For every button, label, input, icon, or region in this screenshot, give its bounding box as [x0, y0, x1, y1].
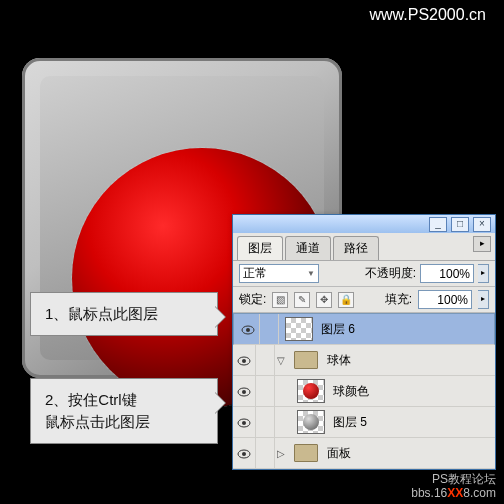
folder-icon	[293, 349, 319, 371]
blend-opacity-row: 正常 ▼ 不透明度: 100% ▸	[233, 261, 495, 287]
layer-name: 球体	[325, 352, 495, 369]
lock-label: 锁定:	[239, 291, 266, 308]
tab-layers[interactable]: 图层	[237, 236, 283, 260]
disclosure-triangle-icon[interactable]: ▷	[275, 448, 287, 459]
close-button[interactable]: ×	[473, 217, 491, 232]
link-cell[interactable]	[260, 314, 279, 344]
layer-thumb	[297, 410, 325, 434]
eye-icon	[237, 356, 251, 366]
eye-icon	[237, 387, 251, 397]
eye-icon	[237, 449, 251, 459]
layer-thumb	[285, 317, 313, 341]
visibility-toggle[interactable]	[233, 345, 256, 375]
link-cell[interactable]	[256, 407, 275, 437]
layer-name: 图层 6	[319, 321, 491, 338]
layer-row-layer5[interactable]: 图层 5	[233, 407, 495, 438]
lock-all-icon[interactable]: 🔒	[338, 292, 354, 308]
svg-point-1	[246, 328, 250, 332]
fill-label: 填充:	[385, 291, 412, 308]
layer-list: 图层 6 ▽ 球体 球颜色 图层 5	[233, 313, 495, 469]
opacity-input[interactable]: 100%	[420, 264, 474, 283]
callout-2-line1: 2、按住Ctrl键	[45, 391, 137, 408]
disclosure-triangle-icon[interactable]: ▽	[275, 355, 287, 366]
layer-name: 面板	[325, 445, 495, 462]
tab-channels[interactable]: 通道	[285, 236, 331, 260]
layer-name: 球颜色	[331, 383, 495, 400]
eye-icon	[241, 325, 255, 335]
lock-fill-row: 锁定: ▧ ✎ ✥ 🔒 填充: 100% ▸	[233, 287, 495, 313]
tab-paths[interactable]: 路径	[333, 236, 379, 260]
panel-titlebar: _ □ ×	[233, 215, 495, 233]
fill-arrow-icon[interactable]: ▸	[478, 290, 489, 309]
link-cell[interactable]	[256, 345, 275, 375]
link-cell[interactable]	[256, 376, 275, 406]
maximize-button[interactable]: □	[451, 217, 469, 232]
fill-input[interactable]: 100%	[418, 290, 472, 309]
folder-icon	[293, 442, 319, 464]
visibility-toggle[interactable]	[237, 314, 260, 344]
callout-1: 1、鼠标点此图层	[30, 292, 218, 336]
opacity-label: 不透明度:	[365, 265, 416, 282]
watermark-line1: PS教程论坛	[411, 472, 496, 486]
callout-2-line2: 鼠标点击此图层	[45, 413, 150, 430]
layer-thumb	[297, 379, 325, 403]
layer-row-group-ball[interactable]: ▽ 球体	[233, 345, 495, 376]
watermark-line2: bbs.16XX8.com	[411, 486, 496, 500]
panel-tabs: 图层 通道 路径 ▸	[233, 233, 495, 261]
visibility-toggle[interactable]	[233, 438, 256, 468]
svg-point-9	[242, 452, 246, 456]
layer-row-ball-color[interactable]: 球颜色	[233, 376, 495, 407]
svg-point-5	[242, 390, 246, 394]
site-url: www.PS2000.cn	[369, 6, 486, 24]
lock-pixels-icon[interactable]: ✎	[294, 292, 310, 308]
opacity-arrow-icon[interactable]: ▸	[478, 264, 489, 283]
layer-name: 图层 5	[331, 414, 495, 431]
layer-row-layer6[interactable]: 图层 6	[233, 313, 495, 345]
callout-2: 2、按住Ctrl键 鼠标点击此图层	[30, 378, 218, 444]
lock-position-icon[interactable]: ✥	[316, 292, 332, 308]
minimize-button[interactable]: _	[429, 217, 447, 232]
watermark: PS教程论坛 bbs.16XX8.com	[411, 472, 496, 500]
panel-menu-icon[interactable]: ▸	[473, 236, 491, 252]
visibility-toggle[interactable]	[233, 407, 256, 437]
visibility-toggle[interactable]	[233, 376, 256, 406]
layers-panel: _ □ × 图层 通道 路径 ▸ 正常 ▼ 不透明度: 100% ▸ 锁定: ▧…	[232, 214, 496, 470]
chevron-down-icon: ▼	[307, 269, 315, 278]
blend-mode-select[interactable]: 正常 ▼	[239, 264, 319, 283]
blend-mode-value: 正常	[243, 265, 267, 282]
svg-point-7	[242, 421, 246, 425]
callout-1-text: 1、鼠标点此图层	[45, 305, 158, 322]
eye-icon	[237, 418, 251, 428]
lock-transparent-icon[interactable]: ▧	[272, 292, 288, 308]
link-cell[interactable]	[256, 438, 275, 468]
layer-row-group-panel[interactable]: ▷ 面板	[233, 438, 495, 469]
svg-point-3	[242, 359, 246, 363]
